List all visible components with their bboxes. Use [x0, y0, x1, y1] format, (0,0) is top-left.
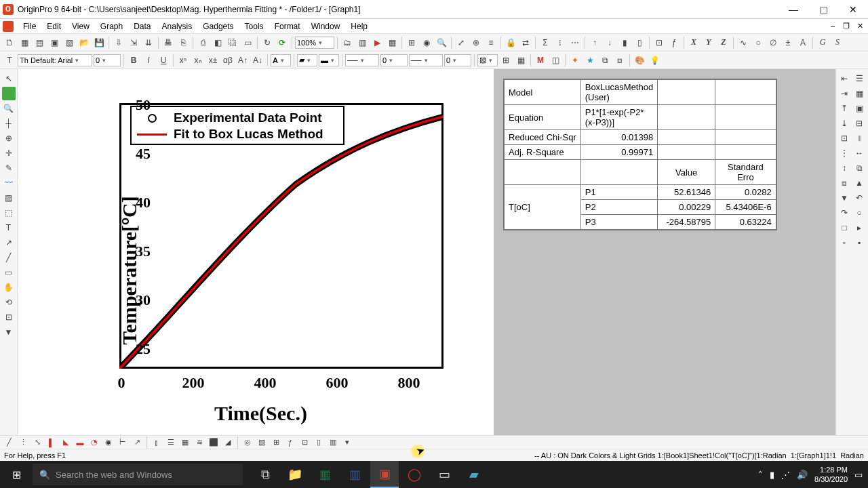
align-left-icon[interactable]: ⇤ — [837, 72, 851, 85]
underline-button[interactable]: U — [157, 54, 170, 67]
double-y-icon[interactable]: ⫿ — [151, 436, 163, 449]
group-icon[interactable]: ⧉ — [852, 161, 866, 175]
pointer-tool[interactable]: ↖ — [2, 72, 16, 85]
project-explorer-button[interactable]: 🗂 — [340, 36, 354, 49]
mask-tool[interactable]: ▨ — [2, 191, 16, 205]
menu-view[interactable]: View — [66, 20, 95, 33]
mask-toggle-button[interactable]: M — [534, 54, 547, 67]
yerr-col-button[interactable]: ± — [781, 36, 795, 49]
photos-task[interactable]: ▰ — [460, 461, 488, 488]
center-h-icon[interactable]: ⊟ — [852, 117, 866, 130]
start-button[interactable]: ⊞ — [0, 461, 33, 488]
task-view-button[interactable]: ⧉ — [251, 461, 279, 488]
add-column-button[interactable]: ⊞ — [405, 36, 418, 49]
notepad-task[interactable]: ▭ — [430, 461, 458, 488]
font-size-combo[interactable]: 0 — [94, 54, 121, 66]
menu-analysis[interactable]: Analysis — [157, 20, 198, 33]
slide-show-button[interactable]: ▶ — [370, 36, 384, 49]
set-values-button[interactable]: ƒ — [667, 36, 681, 49]
hist-button[interactable]: ▮ — [618, 36, 631, 49]
column-plot-icon[interactable]: ▌ — [45, 436, 58, 449]
layers-button[interactable]: ≡ — [484, 36, 498, 49]
screen-reader-tool[interactable]: ✛ — [2, 146, 16, 160]
stats-plot-icon[interactable]: ⊡ — [298, 436, 311, 449]
toggle-sparklines-button[interactable]: ∿ — [736, 36, 750, 49]
tray-chevron-icon[interactable]: ˄ — [758, 470, 763, 480]
menu-graph[interactable]: Graph — [95, 20, 128, 33]
font-color-combo[interactable]: A — [271, 54, 291, 66]
more-icon[interactable]: ▸ — [852, 221, 866, 235]
font-combo[interactable]: Th Default: Arial — [18, 54, 92, 66]
bold-button[interactable]: B — [127, 54, 140, 67]
vector-plot-icon[interactable]: ↗ — [131, 436, 143, 449]
lock-button[interactable]: 🔒 — [504, 36, 517, 49]
superscript-button[interactable]: xⁿ — [176, 54, 190, 67]
search-box[interactable]: 🔍 Search the web and Windows — [33, 464, 243, 485]
new-project-button[interactable]: 🗋 — [3, 36, 16, 49]
close-button[interactable]: ✕ — [841, 3, 865, 16]
stats-button[interactable]: Σ — [538, 36, 552, 49]
results-log-button[interactable]: ▥ — [355, 36, 369, 49]
column-x-button[interactable]: X — [687, 36, 701, 49]
menu-tools[interactable]: Tools — [239, 20, 269, 33]
draw-data-tool[interactable]: 〰 — [2, 176, 16, 190]
clock[interactable]: 1:28 PM 8/30/2020 — [814, 465, 848, 484]
speed-mode-button[interactable]: ★ — [583, 54, 597, 67]
line-symbol-plot-icon[interactable]: ⤡ — [31, 436, 43, 449]
menu-window[interactable]: Window — [306, 20, 346, 33]
open-button[interactable]: 📂 — [77, 36, 91, 49]
mdi-close-icon[interactable]: ✕ — [854, 22, 865, 30]
front-icon[interactable]: ▲ — [852, 176, 866, 190]
rectangle-tool[interactable]: ▭ — [2, 266, 16, 279]
rescale-button[interactable]: ⤢ — [454, 36, 468, 49]
align-bottom-icon[interactable]: ⤓ — [837, 117, 851, 130]
maximize-button[interactable]: ▢ — [811, 3, 835, 16]
box-plot-icon[interactable]: ▯ — [313, 436, 325, 449]
script-s-button[interactable]: S — [831, 36, 844, 49]
recalculate-button[interactable]: ⟳ — [275, 36, 289, 49]
rotate-right-icon[interactable]: ↷ — [837, 206, 851, 220]
data-reader-tool[interactable]: ⊕ — [2, 131, 16, 145]
find-button[interactable]: 🔍 — [435, 36, 448, 49]
stack-plot-icon[interactable]: ☰ — [165, 436, 177, 449]
disregard-col-button[interactable]: ∅ — [766, 36, 780, 49]
supersub-button[interactable]: x± — [206, 54, 220, 67]
greek-button[interactable]: αβ — [221, 54, 235, 67]
ungroup-icon[interactable]: ⧈ — [837, 176, 851, 190]
grid-icon[interactable]: ▦ — [852, 87, 866, 100]
duplicate-button[interactable]: ⿻ — [226, 36, 239, 49]
col-stats-button[interactable]: ⫶ — [553, 36, 567, 49]
multi-panel-icon[interactable]: ▦ — [179, 436, 191, 449]
line-plot-icon[interactable]: ╱ — [3, 436, 15, 449]
menu-edit[interactable]: Edit — [41, 20, 66, 33]
export-graph-button[interactable]: ⎘ — [176, 36, 190, 49]
line-color-combo[interactable]: ▬ — [319, 54, 339, 66]
legend[interactable]: Experimental Data Point Fit to Box Lucas… — [130, 106, 344, 145]
refresh-button[interactable]: ↻ — [260, 36, 274, 49]
palette-button[interactable]: 🎨 — [633, 54, 646, 67]
3d-surface-icon[interactable]: ◢ — [222, 436, 234, 449]
text-tool-icon[interactable]: T — [3, 54, 16, 67]
fill-color-combo[interactable]: ▰ — [297, 54, 317, 66]
xyz-to-matrix-button[interactable]: ⊡ — [652, 36, 666, 49]
function-plot-icon[interactable]: ƒ — [284, 436, 296, 449]
column-z-button[interactable]: Z — [717, 36, 730, 49]
menu-gadgets[interactable]: Gadgets — [197, 20, 239, 33]
fit-results-table[interactable]: Model BoxLucasMethod (User) Equation P1*… — [503, 79, 777, 230]
zoom-combo[interactable]: 100% — [295, 37, 334, 49]
line-tool[interactable]: ╱ — [2, 251, 16, 264]
row-stats-button[interactable]: ⋯ — [568, 36, 582, 49]
annotation-tool[interactable]: ✎ — [2, 161, 16, 175]
code-builder-button[interactable]: ▦ — [385, 36, 399, 49]
copy-page-button[interactable]: ⎙ — [196, 36, 210, 49]
minimize-button[interactable]: — — [781, 3, 806, 16]
extract-button[interactable]: ⧈ — [613, 54, 627, 67]
rotate-tool[interactable]: ⟲ — [2, 296, 16, 309]
polar-plot-icon[interactable]: ◉ — [102, 436, 115, 449]
import-wizard-button[interactable]: ⇩ — [112, 36, 125, 49]
menu-file[interactable]: File — [18, 20, 41, 33]
center-v-icon[interactable]: ⊡ — [837, 131, 851, 145]
image-plot-icon[interactable]: ▧ — [256, 436, 268, 449]
line-style-combo[interactable]: ── — [345, 54, 379, 66]
import-single-button[interactable]: ⇲ — [127, 36, 140, 49]
